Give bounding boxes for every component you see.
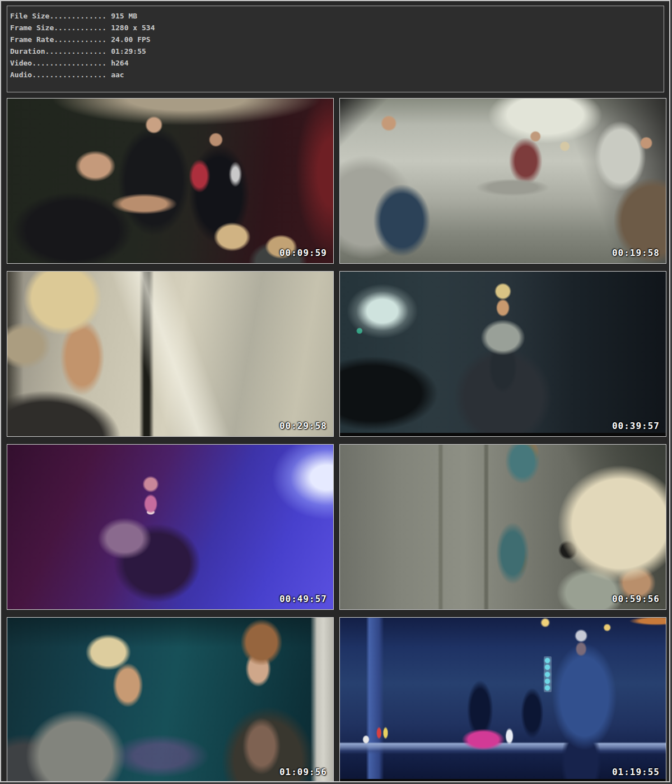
info-line-frame-size: Frame Size............1280 x 534 [10,22,664,34]
timestamp-overlay: 00:59:56 [612,594,660,604]
info-label: Duration.............. [10,47,106,55]
info-value: aac [106,71,124,79]
led-dots-strip [544,656,552,692]
info-line-audio: Audio.................aac [10,69,664,81]
info-label: Video................. [10,59,106,67]
led-dot [545,665,550,670]
timestamp-overlay: 00:09:59 [279,248,327,258]
media-preview-page: File Size.............915 MB Frame Size.… [0,0,670,782]
info-value: 915 MB [106,12,137,20]
timestamp-overlay: 00:29:58 [279,421,327,431]
movie-still-4: 00:39:57 [339,271,666,437]
led-dot [545,658,550,663]
info-label: Audio................. [10,71,106,79]
timestamp-overlay: 01:19:55 [612,767,660,777]
movie-still-6: 00:59:56 [339,444,666,610]
info-value: h264 [106,59,128,67]
movie-still-3: 00:29:58 [7,271,334,437]
info-line-file-size: File Size.............915 MB [10,10,664,22]
info-value: 1280 x 534 [106,24,155,32]
timestamp-overlay: 00:19:58 [612,248,660,258]
timestamp-overlay: 00:49:57 [279,594,327,604]
info-line-duration: Duration..............01:29:55 [10,45,664,57]
info-value: 01:29:55 [106,47,146,55]
led-dot [545,685,550,690]
movie-still-8: 01:19:55 [339,617,666,782]
screenshot-grid: 00:09:59 00:19:58 00:29:58 00:39:57 00:4… [7,98,666,782]
info-line-video: Video.................h264 [10,57,664,69]
info-line-frame-rate: Frame Rate............24.00 FPS [10,34,664,45]
movie-still-1: 00:09:59 [7,98,334,264]
movie-still-5: 00:49:57 [7,444,334,610]
info-label: File Size............. [10,12,106,20]
movie-still-7: 01:09:56 [7,617,334,782]
info-value: 24.00 FPS [106,35,150,44]
media-info-panel: File Size.............915 MB Frame Size.… [7,6,664,92]
timestamp-overlay: 01:09:56 [279,767,327,777]
led-dot [545,672,550,677]
info-label: Frame Size............ [10,24,106,32]
timestamp-overlay: 00:39:57 [612,421,660,431]
movie-still-2: 00:19:58 [339,98,666,264]
info-label: Frame Rate............ [10,35,106,44]
led-dot [545,679,550,684]
